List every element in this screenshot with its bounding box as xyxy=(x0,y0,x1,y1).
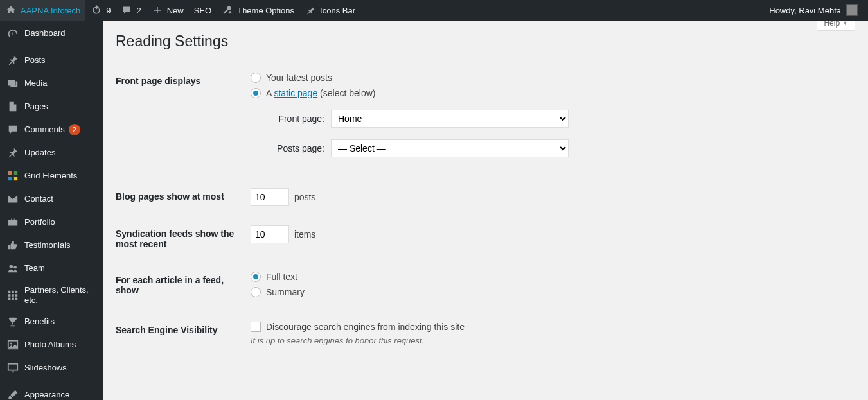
media-icon xyxy=(6,77,19,90)
svg-rect-13 xyxy=(12,297,14,300)
help-button[interactable]: Help ▼ xyxy=(817,21,855,31)
radio-summary-label[interactable]: Summary xyxy=(251,287,305,297)
brush-icon xyxy=(6,388,19,400)
sidebar-item-team[interactable]: Team xyxy=(0,257,103,280)
radio-static-page-label[interactable]: A static page (select below) xyxy=(251,88,375,98)
sidebar-item-photo-albums[interactable]: Photo Albums xyxy=(0,333,103,356)
svg-rect-6 xyxy=(8,290,11,293)
image-icon xyxy=(6,338,19,351)
toolbar-new[interactable]: New xyxy=(146,0,189,21)
sev-description: It is up to search engines to honor this… xyxy=(251,336,849,345)
sidebar-item-label: Portfolio xyxy=(24,217,55,227)
pin-icon xyxy=(6,54,19,67)
sidebar-item-label: Dashboard xyxy=(24,28,66,39)
sidebar-item-label: Testimonials xyxy=(24,240,71,250)
page-title: Reading Settings xyxy=(116,27,855,63)
help-label: Help xyxy=(824,21,840,28)
svg-rect-0 xyxy=(8,171,12,175)
sidebar-item-media[interactable]: Media xyxy=(0,72,103,95)
grid-small-icon xyxy=(6,289,19,302)
pin-icon xyxy=(6,146,19,159)
svg-point-5 xyxy=(13,266,17,269)
settings-form: Front page displays Your latest posts A … xyxy=(116,63,855,355)
sidebar-item-label: Posts xyxy=(24,55,46,65)
syndication-input[interactable] xyxy=(251,225,289,243)
theme-options-label: Theme Options xyxy=(237,6,294,15)
svg-rect-9 xyxy=(8,294,11,297)
tools-icon xyxy=(222,4,233,16)
users-icon xyxy=(6,262,19,275)
syndication-unit: items xyxy=(294,229,315,239)
monitor-icon xyxy=(6,361,19,374)
sidebar-item-contact[interactable]: Contact xyxy=(0,187,103,211)
toolbar-seo[interactable]: SEO xyxy=(189,0,217,21)
blog-pages-input[interactable] xyxy=(251,188,289,206)
sidebar-item-label: Team xyxy=(24,263,45,274)
account-link[interactable]: Howdy, Ravi Mehta xyxy=(764,0,863,21)
front-page-select-label: Front page: xyxy=(263,114,324,124)
chevron-down-icon: ▼ xyxy=(842,21,848,26)
home-icon xyxy=(5,4,17,16)
static-page-link[interactable]: static page xyxy=(274,88,317,98)
radio-full-text[interactable] xyxy=(251,272,261,282)
page-icon xyxy=(6,100,19,113)
svg-point-4 xyxy=(10,265,13,268)
radio-full-text-text: Full text xyxy=(266,272,297,282)
sidebar-item-portfolio[interactable]: Portfolio xyxy=(0,211,103,234)
pin-icon xyxy=(305,4,316,16)
sev-checkbox-text: Discourage search engines from indexing … xyxy=(266,322,465,332)
feed-show-label: For each article in a feed, show xyxy=(116,262,244,312)
radio-static-prefix: A xyxy=(266,88,274,98)
site-link[interactable]: AAPNA Infotech xyxy=(0,0,85,21)
sidebar-item-testimonials[interactable]: Testimonials xyxy=(0,234,103,257)
syndication-label: Syndication feeds show the most recent xyxy=(116,216,244,262)
svg-rect-14 xyxy=(15,297,18,300)
svg-rect-11 xyxy=(15,294,18,297)
sev-checkbox[interactable] xyxy=(251,322,261,332)
mail-icon xyxy=(6,193,19,205)
plus-icon xyxy=(152,4,163,16)
svg-rect-17 xyxy=(8,364,17,370)
sidebar-item-label: Partners, Clients, etc. xyxy=(24,285,98,305)
sidebar-item-slideshows[interactable]: Slideshows xyxy=(0,356,103,379)
comment-icon xyxy=(6,123,19,136)
radio-latest-posts[interactable] xyxy=(251,73,261,83)
sidebar-item-pages[interactable]: Pages xyxy=(0,95,103,118)
sidebar-item-posts[interactable]: Posts xyxy=(0,49,103,72)
sidebar-item-label: Appearance xyxy=(24,390,69,400)
toolbar-right: Howdy, Ravi Mehta xyxy=(764,0,868,21)
blog-pages-label: Blog pages show at most xyxy=(116,178,244,216)
sev-checkbox-label[interactable]: Discourage search engines from indexing … xyxy=(251,322,849,332)
radio-latest-text: Your latest posts xyxy=(266,73,332,83)
grid-icon xyxy=(6,170,19,182)
sidebar-item-dashboard[interactable]: Dashboard xyxy=(0,22,103,45)
radio-latest-posts-label[interactable]: Your latest posts xyxy=(251,73,332,83)
svg-rect-2 xyxy=(8,177,12,180)
radio-static-page[interactable] xyxy=(251,88,261,98)
sidebar-item-grid-elements[interactable]: Grid Elements xyxy=(0,164,103,187)
sidebar-item-appearance[interactable]: Appearance xyxy=(0,383,103,400)
avatar xyxy=(846,4,858,16)
comment-icon xyxy=(121,4,132,16)
toolbar-icons-bar[interactable]: Icons Bar xyxy=(299,0,360,21)
toolbar-theme-options[interactable]: Theme Options xyxy=(217,0,299,21)
sidebar-item-label: Grid Elements xyxy=(24,171,77,181)
sidebar-item-comments[interactable]: Comments2 xyxy=(0,118,103,141)
thumbs-up-icon xyxy=(6,239,19,252)
sidebar-item-label: Photo Albums xyxy=(24,340,76,350)
sidebar-item-partners[interactable]: Partners, Clients, etc. xyxy=(0,280,103,310)
radio-summary-text: Summary xyxy=(266,287,305,297)
sidebar-item-updates[interactable]: Updates xyxy=(0,141,103,164)
gauge-icon xyxy=(6,27,19,40)
sidebar-item-benefits[interactable]: Benefits xyxy=(0,310,103,333)
admin-toolbar: AAPNA Infotech 9 2 New SEO Theme Options… xyxy=(0,0,868,21)
radio-full-text-label[interactable]: Full text xyxy=(251,272,297,282)
front-page-select[interactable]: Home xyxy=(331,110,569,128)
svg-rect-1 xyxy=(14,171,17,175)
radio-static-suffix: (select below) xyxy=(317,88,375,98)
sidebar-item-label: Comments xyxy=(24,125,65,135)
posts-page-select[interactable]: — Select — xyxy=(331,139,569,157)
toolbar-comments[interactable]: 2 xyxy=(116,0,146,21)
toolbar-updates[interactable]: 9 xyxy=(85,0,116,21)
radio-summary[interactable] xyxy=(251,287,261,297)
